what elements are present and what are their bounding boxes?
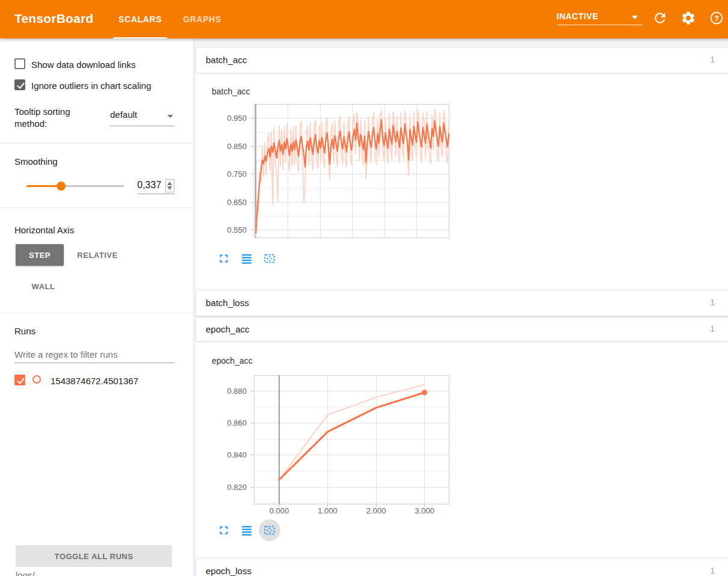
svg-text:0.880: 0.880 xyxy=(227,387,247,396)
category-epoch-acc: epoch_acc 1 epoch_acc 0.8800.8600.8400.8… xyxy=(196,318,728,557)
smoothing-slider-fill xyxy=(26,185,61,187)
svg-text:3.000: 3.000 xyxy=(415,506,434,515)
svg-text:0.850: 0.850 xyxy=(227,142,247,151)
chart-title: batch_acc xyxy=(212,87,250,96)
checkbox-show-download-links[interactable] xyxy=(14,58,25,69)
smoothing-slider-knob[interactable] xyxy=(57,182,66,191)
checkbox-ignore-outliers-label: Ignore outliers in chart scaling xyxy=(31,81,151,91)
fit-domain-icon-active-ripple[interactable] xyxy=(259,519,280,541)
svg-text:0.820: 0.820 xyxy=(227,483,247,492)
chart-title: epoch_acc xyxy=(212,356,253,366)
data-series-icon[interactable] xyxy=(239,251,254,266)
category-batch-acc: batch_acc 1 batch_acc 0.9500.8500.7500.6… xyxy=(196,48,728,289)
section-count: 1 xyxy=(710,324,715,334)
tooltip-sorting-label: Tooltip sorting method: xyxy=(14,106,93,130)
category-batch-loss: batch_loss 1 xyxy=(196,291,728,316)
sidebar: Show data download links Ignore outliers… xyxy=(0,38,194,576)
runs-label: Runs xyxy=(14,326,35,336)
spinner-down-icon[interactable] xyxy=(167,186,172,190)
spinner-up-icon[interactable] xyxy=(167,182,172,185)
chevron-down-icon xyxy=(167,115,173,118)
expand-icon[interactable] xyxy=(217,523,231,538)
fit-domain-icon[interactable] xyxy=(262,251,277,266)
divider xyxy=(0,143,194,144)
section-header-batch-acc[interactable]: batch_acc 1 xyxy=(196,48,728,73)
chart-toolbar xyxy=(217,523,277,538)
data-series-icon[interactable] xyxy=(239,523,254,538)
section-label: epoch_acc xyxy=(206,324,250,334)
divider xyxy=(0,313,194,313)
chart-epoch-acc[interactable]: 0.8800.8600.8400.8200.0001.0002.0003.000 xyxy=(202,370,455,518)
chevron-down-icon xyxy=(632,16,638,19)
svg-text:0.000: 0.000 xyxy=(270,506,289,515)
svg-text:0.860: 0.860 xyxy=(227,418,247,427)
smoothing-label: Smoothing xyxy=(14,156,58,167)
section-count: 1 xyxy=(710,566,715,575)
smoothing-slider[interactable] xyxy=(26,185,124,187)
svg-text:2.000: 2.000 xyxy=(366,506,386,515)
checkbox-show-download-links-label: Show data download links xyxy=(31,60,135,70)
relative-button[interactable]: RELATIVE xyxy=(69,244,126,266)
tensorboard-page: TensorBoard SCALARS GRAPHS INACTIVE ? Sh… xyxy=(0,0,728,576)
tooltip-sorting-value: default xyxy=(110,109,137,120)
svg-text:0.750: 0.750 xyxy=(227,170,247,179)
toggle-all-runs-button[interactable]: TOGGLE ALL RUNS xyxy=(16,545,172,567)
number-spinner[interactable] xyxy=(165,179,174,192)
tab-scalars[interactable]: SCALARS xyxy=(113,0,167,38)
run-checkbox[interactable] xyxy=(14,375,25,385)
expand-icon[interactable] xyxy=(217,251,231,266)
horizontal-axis-label: Horizontal Axis xyxy=(14,225,74,235)
checkbox-ignore-outliers[interactable] xyxy=(14,79,25,90)
section-header-epoch-acc[interactable]: epoch_acc 1 xyxy=(196,318,728,341)
section-label: batch_loss xyxy=(206,298,249,308)
tab-graphs-label: GRAPHS xyxy=(183,14,221,24)
divider xyxy=(0,207,194,208)
logs-path: logs/ xyxy=(16,570,35,576)
section-label: epoch_loss xyxy=(206,566,251,576)
category-epoch-loss: epoch_loss 1 xyxy=(196,559,728,576)
run-label: 1543874672.4501367 xyxy=(51,376,138,386)
section-body-epoch-acc: epoch_acc 0.8800.8600.8400.8200.0001.000… xyxy=(196,341,728,557)
section-count: 1 xyxy=(710,298,715,307)
chart-toolbar xyxy=(217,251,277,266)
section-label: batch_acc xyxy=(206,55,247,65)
run-color-swatch xyxy=(32,375,41,384)
settings-icon[interactable] xyxy=(680,10,699,28)
status-dropdown[interactable]: INACTIVE xyxy=(557,8,643,25)
wall-button[interactable]: WALL xyxy=(19,275,67,297)
svg-text:0.950: 0.950 xyxy=(227,114,247,123)
status-dropdown-value: INACTIVE xyxy=(557,11,598,21)
main-content: batch_acc 1 batch_acc 0.9500.8500.7500.6… xyxy=(194,38,728,576)
fit-domain-icon[interactable] xyxy=(262,523,277,538)
tab-scalars-label: SCALARS xyxy=(119,14,162,24)
section-count: 1 xyxy=(710,55,715,64)
svg-text:0.840: 0.840 xyxy=(227,450,247,459)
section-header-batch-loss[interactable]: batch_loss 1 xyxy=(196,291,728,316)
svg-text:1.000: 1.000 xyxy=(318,506,338,515)
run-filter-input[interactable] xyxy=(14,346,174,363)
chart-batch-acc[interactable]: 0.9500.8500.7500.6500.550 xyxy=(202,101,455,241)
header-bar: TensorBoard SCALARS GRAPHS INACTIVE ? xyxy=(0,0,728,38)
tab-graphs[interactable]: GRAPHS xyxy=(178,0,226,38)
step-button[interactable]: STEP xyxy=(16,244,64,266)
section-body-batch-acc: batch_acc 0.9500.8500.7500.6500.550 xyxy=(196,73,728,289)
svg-text:?: ? xyxy=(714,14,719,23)
app-title: TensorBoard xyxy=(14,11,93,26)
smoothing-number-input[interactable]: 0,337 xyxy=(137,177,174,194)
svg-text:0.550: 0.550 xyxy=(227,225,247,234)
section-header-epoch-loss[interactable]: epoch_loss 1 xyxy=(196,559,728,576)
active-tab-underline xyxy=(113,37,167,38)
tooltip-sorting-dropdown[interactable]: default xyxy=(110,109,174,126)
help-icon[interactable]: ? xyxy=(709,10,727,28)
svg-text:0.650: 0.650 xyxy=(227,198,247,207)
refresh-icon[interactable] xyxy=(652,10,670,28)
smoothing-value: 0,337 xyxy=(137,180,161,191)
